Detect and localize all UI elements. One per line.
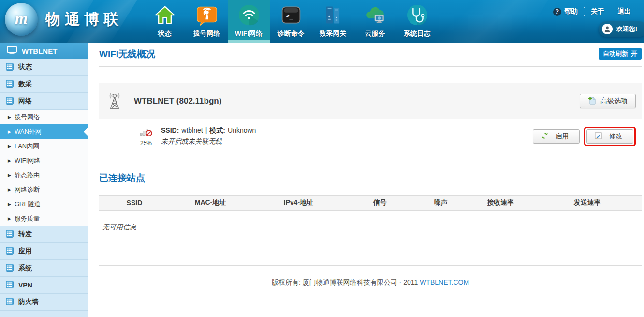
refresh-icon bbox=[541, 132, 548, 141]
sidebar-item-network[interactable]: 网络 bbox=[0, 93, 88, 110]
col-noise: 噪声 bbox=[414, 196, 468, 211]
sidebar-item-partial[interactable] bbox=[0, 310, 88, 317]
nav-item-diagnostic-command[interactable]: >_ 诊断命令 bbox=[270, 0, 312, 43]
auto-refresh-state: 开 bbox=[631, 49, 637, 58]
antenna-icon bbox=[106, 91, 123, 112]
triangle-icon: ▶ bbox=[8, 144, 11, 149]
col-mac-address: MAC-地址 bbox=[170, 196, 251, 211]
copyright-text: 版权所有: 厦门物通博联网络科技有限公司 · 2011 bbox=[272, 278, 418, 286]
device-name: WTBLNET bbox=[22, 47, 57, 55]
nav-item-wifi[interactable]: WIFI网络 bbox=[228, 0, 270, 43]
top-header: m 物通博联 状态 拨号网络 bbox=[0, 0, 644, 43]
sidebar-item-static-route[interactable]: ▶ 静态路由 bbox=[0, 168, 88, 182]
list-icon bbox=[6, 80, 14, 89]
wtblnet-link[interactable]: WTBLNET.COM bbox=[420, 278, 469, 286]
dial-network-icon bbox=[196, 4, 218, 26]
sidebar-item-status[interactable]: 状态 bbox=[0, 59, 88, 76]
wifi-network-title: WTBLNET (802.11bgn) bbox=[134, 96, 580, 106]
advanced-options-icon bbox=[588, 96, 596, 106]
sidebar-item-data-collection[interactable]: 数采 bbox=[0, 76, 88, 93]
col-tx-rate: 发送速率 bbox=[533, 196, 642, 211]
col-ssid: SSID bbox=[99, 196, 170, 211]
wifi-status-text: 未开启或未关联无线 bbox=[161, 137, 533, 146]
sidebar-item-forwarding[interactable]: 转发 bbox=[0, 226, 88, 243]
ssid-value: wtblnet bbox=[181, 126, 203, 134]
brand-name: 物通博联 bbox=[45, 9, 123, 30]
ssid-separator: | bbox=[205, 126, 207, 134]
modify-button[interactable]: 修改 bbox=[586, 129, 633, 144]
about-link[interactable]: 关于 bbox=[584, 7, 611, 16]
welcome-pill[interactable]: 欢迎您! bbox=[599, 21, 644, 37]
triangle-icon: ▶ bbox=[8, 158, 11, 163]
wifi-status-row: 25% SSID: wtblnet | 模式: Unknown 未开启或未关联无… bbox=[99, 119, 642, 154]
list-icon bbox=[6, 63, 14, 72]
col-signal: 信号 bbox=[346, 196, 414, 211]
list-icon bbox=[6, 230, 14, 239]
brand-logo: m 物通博联 bbox=[5, 3, 123, 36]
triangle-icon: ▶ bbox=[8, 216, 11, 221]
sidebar-item-qos[interactable]: ▶ 服务质量 bbox=[0, 211, 88, 226]
empty-state-text: 无可用信息 bbox=[102, 223, 642, 232]
modify-button-highlight: 修改 bbox=[584, 127, 636, 146]
sidebar-device-header[interactable]: WTBLNET bbox=[0, 43, 88, 59]
footer: 版权所有: 厦门物通博联网络科技有限公司 · 2011 WTBLNET.COM bbox=[99, 278, 642, 287]
main-nav: 状态 拨号网络 WIFI网络 bbox=[144, 0, 438, 43]
terminal-icon: >_ bbox=[280, 4, 302, 26]
nav-item-cloud-service[interactable]: 云服务 bbox=[354, 0, 396, 43]
list-icon bbox=[6, 264, 14, 273]
wifi-icon bbox=[238, 4, 260, 26]
svg-text:>_: >_ bbox=[285, 12, 293, 20]
cloud-service-icon bbox=[364, 4, 386, 26]
gateway-icon bbox=[322, 4, 344, 26]
header-links: ? 帮助 关于 退出 bbox=[547, 7, 637, 16]
stations-header-row: SSID MAC-地址 IPv4-地址 信号 噪声 接收速率 发送速率 bbox=[99, 196, 642, 211]
main-content: WIFI无线概况 自动刷新 开 WTBLNET (802.11bgn) bbox=[88, 43, 644, 317]
footer-divider bbox=[99, 265, 642, 266]
nav-item-dial-network[interactable]: 拨号网络 bbox=[186, 0, 228, 43]
monitor-icon bbox=[7, 46, 17, 56]
logout-link[interactable]: 退出 bbox=[611, 7, 637, 16]
logo-monogram: m bbox=[15, 9, 28, 28]
page-title: WIFI无线概况 bbox=[99, 48, 155, 60]
triangle-icon: ▶ bbox=[8, 173, 11, 178]
sidebar-item-wan[interactable]: ▶ WAN外网 bbox=[0, 124, 88, 139]
col-rx-rate: 接收速率 bbox=[468, 196, 533, 211]
help-link[interactable]: ? 帮助 bbox=[547, 7, 584, 16]
sidebar-item-lan[interactable]: ▶ LAN内网 bbox=[0, 139, 88, 153]
nav-item-data-gateway[interactable]: 数采网关 bbox=[312, 0, 354, 43]
auto-refresh-toggle[interactable]: 自动刷新 开 bbox=[599, 48, 642, 60]
advanced-options-button[interactable]: 高级选项 bbox=[580, 94, 636, 108]
triangle-icon: ▶ bbox=[8, 202, 11, 207]
sidebar-item-gre-tunnel[interactable]: ▶ GRE隧道 bbox=[0, 197, 88, 211]
sidebar-item-network-diagnosis[interactable]: ▶ 网络诊断 bbox=[0, 182, 88, 197]
triangle-icon: ▶ bbox=[8, 129, 11, 134]
list-icon bbox=[6, 298, 14, 307]
sidebar-item-dial-network[interactable]: ▶ 拨号网络 bbox=[0, 110, 88, 124]
sidebar-item-firewall[interactable]: 防火墙 bbox=[0, 294, 88, 311]
edit-icon bbox=[595, 132, 602, 141]
stethoscope-icon bbox=[406, 4, 428, 26]
signal-disabled-icon bbox=[140, 126, 153, 139]
sidebar-item-vpn[interactable]: VPN bbox=[0, 277, 88, 294]
mode-label: 模式: bbox=[209, 126, 225, 135]
home-icon bbox=[154, 4, 176, 26]
help-icon: ? bbox=[553, 8, 561, 16]
triangle-icon: ▶ bbox=[8, 115, 11, 120]
list-icon bbox=[6, 247, 14, 256]
nav-item-status[interactable]: 状态 bbox=[144, 0, 186, 43]
wifi-panel-header: WTBLNET (802.11bgn) 高级选项 bbox=[99, 83, 642, 119]
list-icon bbox=[6, 281, 14, 290]
logo-sphere-icon: m bbox=[5, 3, 38, 36]
enable-button[interactable]: 启用 bbox=[533, 129, 580, 144]
ssid-label: SSID: bbox=[161, 126, 179, 134]
nav-item-system-log[interactable]: 系统日志 bbox=[396, 0, 438, 43]
sidebar-item-application[interactable]: 应用 bbox=[0, 243, 88, 260]
stations-table: SSID MAC-地址 IPv4-地址 信号 噪声 接收速率 发送速率 bbox=[99, 195, 642, 211]
triangle-icon: ▶ bbox=[8, 187, 11, 192]
sidebar-item-wifi[interactable]: ▶ WIFI网络 bbox=[0, 153, 88, 168]
mode-value: Unknown bbox=[228, 126, 256, 134]
list-icon bbox=[6, 97, 14, 106]
welcome-text: 欢迎您! bbox=[616, 25, 637, 33]
sidebar-item-system[interactable]: 系统 bbox=[0, 260, 88, 277]
connected-stations-title: 已连接站点 bbox=[99, 172, 642, 184]
